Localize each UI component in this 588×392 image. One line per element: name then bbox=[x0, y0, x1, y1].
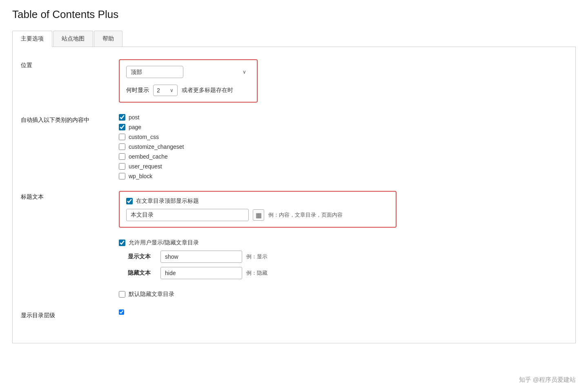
checkbox-user-request: user_request bbox=[119, 163, 567, 170]
checkbox-custom-css: custom_css bbox=[119, 134, 567, 140]
default-hide-control: 默认隐藏文章目录 bbox=[119, 291, 567, 298]
when-display-suffix: 或者更多标题存在时 bbox=[182, 87, 233, 94]
tab-bar: 主要选项 站点地图 帮助 bbox=[12, 31, 576, 47]
hide-text-example: 例：隐藏 bbox=[246, 269, 267, 277]
position-select-arrow: ∨ bbox=[243, 69, 246, 75]
checkbox-page-input[interactable] bbox=[119, 124, 125, 130]
tab-sitemap[interactable]: 站点地图 bbox=[53, 31, 93, 47]
hide-text-input[interactable] bbox=[160, 267, 242, 279]
checkbox-post-input[interactable] bbox=[119, 114, 125, 121]
show-text-input[interactable] bbox=[160, 251, 242, 263]
hide-text-label: 隐藏文本 bbox=[128, 269, 156, 277]
checkbox-custom-css-label: custom_css bbox=[129, 134, 159, 140]
checkbox-user-request-input[interactable] bbox=[119, 163, 125, 170]
position-label: 位置 bbox=[21, 59, 102, 69]
page-title: Table of Contents Plus bbox=[12, 8, 576, 21]
auto-insert-checkbox-group: post page custom_css customize_changeset… bbox=[119, 114, 567, 179]
checkbox-custom-css-input[interactable] bbox=[119, 134, 125, 140]
checkbox-customize-changeset-input[interactable] bbox=[119, 143, 125, 150]
tab-main[interactable]: 主要选项 bbox=[12, 31, 52, 47]
default-hide-row: 默认隐藏文章目录 bbox=[21, 291, 567, 298]
allow-toggle-checkbox-item: 允许用户显示/隐藏文章目录 bbox=[119, 239, 567, 246]
show-hierarchy-row: 显示目录层级 bbox=[21, 309, 567, 319]
allow-toggle-checkbox[interactable] bbox=[119, 240, 125, 246]
default-hide-checkbox-item: 默认隐藏文章目录 bbox=[119, 291, 567, 298]
show-heading-label: 在文章目录顶部显示标题 bbox=[136, 197, 199, 205]
checkbox-page: page bbox=[119, 124, 567, 130]
title-input-row: ▦ 例：内容，文章目录，页面内容 bbox=[126, 209, 389, 221]
checkbox-customize-changeset: customize_changeset bbox=[119, 143, 567, 150]
show-hierarchy-control bbox=[119, 309, 567, 316]
hide-text-row: 隐藏文本 例：隐藏 bbox=[128, 267, 567, 279]
checkbox-oembed-cache-label: oembed_cache bbox=[129, 153, 168, 160]
show-text-row: 显示文本 例：显示 bbox=[128, 251, 567, 263]
heading-text-control: 在文章目录顶部显示标题 ▦ 例：内容，文章目录，页面内容 bbox=[119, 191, 567, 228]
auto-insert-row: 自动插入以下类别的内容中 post page custom_css custom… bbox=[21, 114, 567, 179]
when-display-select-wrapper: 1 2 3 4 5 ∨ bbox=[153, 85, 178, 96]
title-input-icon[interactable]: ▦ bbox=[253, 209, 264, 221]
show-heading-checkbox[interactable] bbox=[126, 198, 133, 204]
heading-text-highlight-box: 在文章目录顶部显示标题 ▦ 例：内容，文章目录，页面内容 bbox=[119, 191, 396, 228]
show-text-label: 显示文本 bbox=[128, 253, 156, 260]
default-hide-checkbox[interactable] bbox=[119, 291, 125, 298]
heading-text-row: 标题文本 在文章目录顶部显示标题 ▦ 例：内容，文章目录，页面内容 bbox=[21, 191, 567, 228]
allow-toggle-text: 允许用户显示/隐藏文章目录 bbox=[129, 239, 199, 246]
checkbox-oembed-cache-input[interactable] bbox=[119, 153, 125, 160]
when-display-label: 何时显示 bbox=[126, 87, 149, 94]
position-highlight-box: 顶部 底部 ∨ 何时显示 1 2 3 4 5 bbox=[119, 59, 258, 103]
position-select[interactable]: 顶部 底部 bbox=[126, 66, 183, 78]
position-row: 位置 顶部 底部 ∨ 何时显示 1 2 bbox=[21, 59, 567, 103]
heading-text-label: 标题文本 bbox=[21, 191, 102, 201]
title-input[interactable] bbox=[126, 209, 249, 221]
toggle-fields: 显示文本 例：显示 隐藏文本 例：隐藏 bbox=[128, 251, 567, 279]
checkbox-post-label: post bbox=[129, 114, 139, 121]
position-select-wrapper: 顶部 底部 ∨ bbox=[126, 66, 250, 78]
tab-help[interactable]: 帮助 bbox=[94, 31, 122, 47]
title-example-text: 例：内容，文章目录，页面内容 bbox=[268, 211, 343, 219]
when-display-select[interactable]: 1 2 3 4 5 bbox=[153, 85, 178, 96]
checkbox-customize-changeset-label: customize_changeset bbox=[129, 143, 184, 150]
show-hierarchy-label: 显示目录层级 bbox=[21, 309, 102, 319]
auto-insert-label: 自动插入以下类别的内容中 bbox=[21, 114, 102, 124]
show-text-example: 例：显示 bbox=[246, 253, 267, 260]
checkbox-page-label: page bbox=[129, 124, 141, 130]
when-display-row: 何时显示 1 2 3 4 5 ∨ 或者更多标题存在时 bbox=[126, 85, 250, 96]
checkbox-oembed-cache: oembed_cache bbox=[119, 153, 567, 160]
checkbox-wp-block-label: wp_block bbox=[129, 173, 152, 179]
default-hide-label-spacer bbox=[21, 291, 102, 293]
checkbox-post: post bbox=[119, 114, 567, 121]
default-hide-text: 默认隐藏文章目录 bbox=[129, 291, 174, 298]
allow-toggle-row: 允许用户显示/隐藏文章目录 显示文本 例：显示 隐藏文本 例：隐藏 bbox=[21, 239, 567, 279]
show-heading-checkbox-item: 在文章目录顶部显示标题 bbox=[126, 197, 389, 205]
allow-toggle-control: 允许用户显示/隐藏文章目录 显示文本 例：显示 隐藏文本 例：隐藏 bbox=[119, 239, 567, 279]
show-hierarchy-checkbox[interactable] bbox=[119, 309, 124, 315]
checkbox-wp-block-input[interactable] bbox=[119, 173, 125, 179]
allow-toggle-label-spacer bbox=[21, 239, 102, 242]
checkbox-user-request-label: user_request bbox=[129, 163, 162, 170]
auto-insert-control: post page custom_css customize_changeset… bbox=[119, 114, 567, 179]
settings-content: 位置 顶部 底部 ∨ 何时显示 1 2 bbox=[12, 47, 576, 343]
position-control: 顶部 底部 ∨ 何时显示 1 2 3 4 5 bbox=[119, 59, 567, 103]
checkbox-wp-block: wp_block bbox=[119, 173, 567, 179]
